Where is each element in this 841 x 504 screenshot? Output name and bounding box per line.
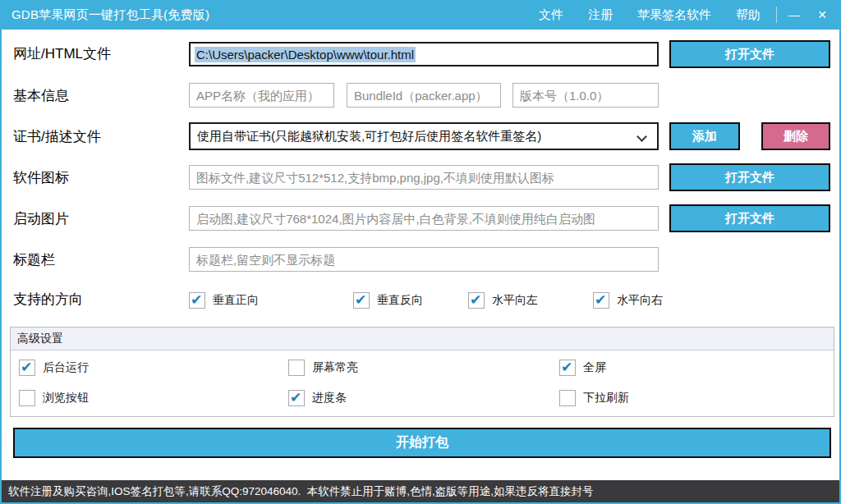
advanced-settings-title: 高级设置 [11,328,834,351]
menu-apple-sign-software[interactable]: 苹果签名软件 [625,1,724,30]
orientation-label: 支持的方向 [13,290,83,309]
checkbox-icon[interactable] [189,292,205,309]
checkbox-icon[interactable] [559,360,576,376]
certificate-label: 证书/描述文件 [13,127,101,146]
checkbox-browse-buttons[interactable]: 浏览按钮 [19,389,89,407]
menu-register[interactable]: 注册 [576,1,625,30]
start-packing-button[interactable]: 开始打包 [13,428,831,458]
checkbox-label: 全屏 [583,360,606,375]
checkbox-label: 水平向左 [492,293,538,308]
certificate-selected-option: 使用自带证书(只能越狱机安装,可打包好后使用签名软件重签名) [197,129,541,144]
checkbox-label: 屏幕常亮 [312,360,358,375]
checkbox-label: 进度条 [312,391,347,405]
minimize-icon[interactable]: — [780,0,808,30]
app-window: GDB苹果网页一键打包工具(免费版) 文件 注册 苹果签名软件 帮助 — ✕ 网… [0,0,841,504]
menu-help[interactable]: 帮助 [724,1,773,30]
checkbox-progress-bar[interactable]: 进度条 [288,389,347,407]
checkbox-icon[interactable] [19,360,35,376]
url-label: 网址/HTML文件 [13,44,111,63]
titlebar-field[interactable] [189,247,659,272]
checkbox-icon[interactable] [559,390,576,406]
basic-info-label: 基本信息 [13,86,69,105]
url-selected-text: C:\Users\packer\Desktop\www\tour.html [195,47,416,62]
app-icon-field[interactable] [189,165,659,190]
open-icon-file-button[interactable]: 打开文件 [669,163,830,191]
checkbox-icon[interactable] [593,292,609,309]
add-certificate-button[interactable]: 添加 [669,122,740,150]
app-name-field[interactable] [189,83,334,108]
checkbox-landscape-right[interactable]: 水平向右 [593,291,663,309]
menu-bar: 文件 注册 苹果签名软件 帮助 — ✕ [526,0,841,30]
app-icon-label: 软件图标 [13,168,69,187]
checkbox-icon[interactable] [468,292,485,309]
open-launch-file-button[interactable]: 打开文件 [669,204,830,232]
menu-file[interactable]: 文件 [526,1,576,30]
advanced-settings-group: 高级设置 后台运行 屏幕常亮 全屏 浏览按钮 进度条 [10,327,834,417]
open-url-file-button[interactable]: 打开文件 [669,40,830,68]
launch-image-field[interactable] [189,206,659,231]
bundle-id-field[interactable] [347,83,501,108]
chevron-down-icon [636,131,647,142]
checkbox-label: 浏览按钮 [43,391,89,405]
main-content: 网址/HTML文件 C:\Users\packer\Desktop\www\to… [2,30,839,502]
title-bar: GDB苹果网页一键打包工具(免费版) 文件 注册 苹果签名软件 帮助 — ✕ [0,0,841,30]
checkbox-portrait-upside-down[interactable]: 垂直反向 [353,291,423,309]
checkbox-label: 垂直反向 [377,293,423,308]
checkbox-label: 水平向右 [617,293,663,308]
version-field[interactable] [512,83,659,108]
titlebar-field-label: 标题栏 [13,250,55,269]
checkbox-label: 后台运行 [43,360,89,375]
checkbox-landscape-left[interactable]: 水平向左 [468,291,538,309]
checkbox-label: 下拉刷新 [583,391,629,405]
status-bar: 软件注册及购买咨询,IOS签名打包等,请联系QQ:972046040. 本软件禁… [2,480,839,502]
delete-certificate-button[interactable]: 删除 [761,122,830,150]
checkbox-background-run[interactable]: 后台运行 [19,359,89,377]
launch-image-label: 启动图片 [13,209,69,228]
url-input[interactable]: C:\Users\packer\Desktop\www\tour.html [189,42,659,66]
window-title: GDB苹果网页一键打包工具(免费版) [11,7,209,23]
checkbox-icon[interactable] [288,360,305,376]
menu-separator [776,7,777,23]
certificate-select[interactable]: 使用自带证书(只能越狱机安装,可打包好后使用签名软件重签名) [189,122,659,150]
checkbox-icon[interactable] [288,390,305,406]
checkbox-label: 垂直正向 [213,293,259,308]
checkbox-pull-to-refresh[interactable]: 下拉刷新 [559,389,629,407]
checkbox-portrait[interactable]: 垂直正向 [189,291,259,309]
checkbox-fullscreen[interactable]: 全屏 [559,359,606,377]
checkbox-icon[interactable] [353,292,370,309]
close-icon[interactable]: ✕ [808,0,836,30]
checkbox-keep-screen-on[interactable]: 屏幕常亮 [288,359,358,377]
checkbox-icon[interactable] [19,390,35,406]
